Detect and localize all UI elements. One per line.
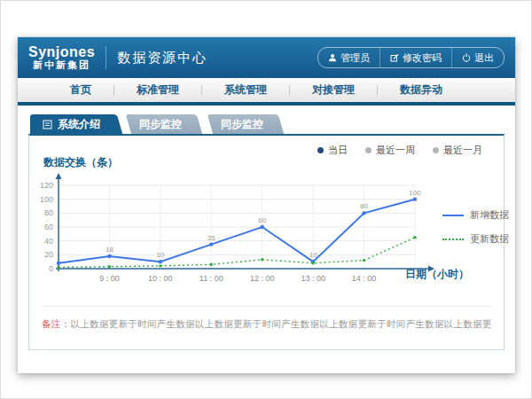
svg-text:10: 10 xyxy=(156,251,164,259)
line-chart: 0204060801001209 : 0010 : 0011 : 0012 : … xyxy=(36,169,446,302)
power-icon xyxy=(462,53,471,62)
radio-icon xyxy=(365,147,372,153)
svg-text:120: 120 xyxy=(40,181,53,190)
user-toolbar: 管理员 修改密码 退出 xyxy=(317,47,505,68)
nav-accent-bar xyxy=(18,102,515,106)
nav-item-data-change[interactable]: 数据异动 xyxy=(378,82,465,98)
tab-system-intro[interactable]: 系统介绍 xyxy=(30,114,120,134)
tab-label: 同步监控 xyxy=(139,114,182,134)
svg-text:9 : 00: 9 : 00 xyxy=(99,274,120,283)
svg-text:12 : 00: 12 : 00 xyxy=(250,274,275,283)
user-menu[interactable]: 管理员 xyxy=(318,48,379,67)
svg-text:20: 20 xyxy=(44,250,53,259)
logo-subtitle: 新中新集团 xyxy=(28,60,95,71)
filter-label: 最近一月 xyxy=(443,144,482,157)
svg-text:80: 80 xyxy=(360,202,368,210)
svg-text:10: 10 xyxy=(309,251,317,259)
svg-text:0: 0 xyxy=(49,264,53,273)
user-icon xyxy=(328,53,337,62)
nav-item-integration[interactable]: 对接管理 xyxy=(290,82,377,98)
logout-label: 退出 xyxy=(474,51,494,65)
time-range-filters: 当日 最近一周 最近一月 xyxy=(317,144,482,157)
footnote-prefix: 备注： xyxy=(42,318,70,329)
svg-text:13 : 00: 13 : 00 xyxy=(301,274,325,283)
legend-item-updated-data[interactable]: 更新数据 xyxy=(442,232,509,246)
logo-name: Synjones xyxy=(28,45,95,60)
svg-text:35: 35 xyxy=(207,234,215,242)
tab-sync-monitor-2[interactable]: 同步监控 xyxy=(208,114,283,134)
tab-label: 系统介绍 xyxy=(58,114,100,134)
svg-text:60: 60 xyxy=(258,216,266,224)
svg-text:18: 18 xyxy=(106,246,113,254)
radio-icon xyxy=(317,147,324,153)
chart-panel: 当日 最近一周 最近一月 数据交换（条） 0204060801001209 : … xyxy=(28,134,505,350)
change-password-button[interactable]: 修改密码 xyxy=(379,48,451,67)
document-icon xyxy=(43,120,52,129)
legend-line-dotted xyxy=(442,239,464,240)
svg-text:60: 60 xyxy=(44,223,53,231)
svg-text:14 : 00: 14 : 00 xyxy=(352,274,377,283)
filter-last-week[interactable]: 最近一周 xyxy=(365,144,415,157)
edit-icon xyxy=(390,53,399,62)
radio-icon xyxy=(433,147,439,153)
y-axis-title: 数据交换（条） xyxy=(43,155,118,170)
filter-today[interactable]: 当日 xyxy=(317,144,348,157)
legend-line-solid xyxy=(442,215,464,216)
change-password-label: 修改密码 xyxy=(403,51,442,65)
footnote-text: 以上数据更新于时间产生数据以上数据更新于时间产生数据以上数据更新于时间产生数据以… xyxy=(70,318,491,329)
svg-text:100: 100 xyxy=(409,189,421,197)
svg-text:80: 80 xyxy=(44,208,53,217)
tab-sync-monitor-1[interactable]: 同步监控 xyxy=(127,114,201,134)
svg-text:11 : 00: 11 : 00 xyxy=(200,274,223,283)
svg-text:10 : 00: 10 : 00 xyxy=(148,274,173,283)
filter-label: 当日 xyxy=(328,144,348,157)
chart: 0204060801001209 : 0010 : 0011 : 0012 : … xyxy=(36,169,446,302)
svg-text:40: 40 xyxy=(44,237,53,246)
filter-last-month[interactable]: 最近一月 xyxy=(433,144,482,157)
app-title: 数据资源中心 xyxy=(117,50,207,66)
footnote: 备注：以上数据更新于时间产生数据以上数据更新于时间产生数据以上数据更新于时间产生… xyxy=(42,306,491,331)
tab-bar: 系统介绍 同步监控 同步监控 xyxy=(30,114,515,134)
user-label: 管理员 xyxy=(340,51,370,65)
nav-item-home[interactable]: 首页 xyxy=(48,82,113,98)
logout-button[interactable]: 退出 xyxy=(451,48,504,67)
x-axis-title: 日期（小时） xyxy=(405,267,469,282)
logo[interactable]: Synjones 新中新集团 xyxy=(28,45,95,70)
nav-item-standards[interactable]: 标准管理 xyxy=(114,82,201,98)
series-legend: 新增数据 更新数据 xyxy=(442,208,509,256)
legend-item-new-data[interactable]: 新增数据 xyxy=(442,208,509,222)
main-nav: 首页 标准管理 系统管理 对接管理 数据异动 xyxy=(18,78,515,102)
nav-item-system[interactable]: 系统管理 xyxy=(202,82,289,98)
filter-label: 最近一周 xyxy=(376,144,415,157)
app-window: Synjones 新中新集团 数据资源中心 管理员 修改密码 xyxy=(18,37,515,373)
tab-label: 同步监控 xyxy=(221,114,263,134)
header-divider xyxy=(106,46,106,69)
page: Synjones 新中新集团 数据资源中心 管理员 修改密码 xyxy=(0,0,532,399)
svg-text:100: 100 xyxy=(40,195,53,204)
header: Synjones 新中新集团 数据资源中心 管理员 修改密码 xyxy=(18,37,515,78)
